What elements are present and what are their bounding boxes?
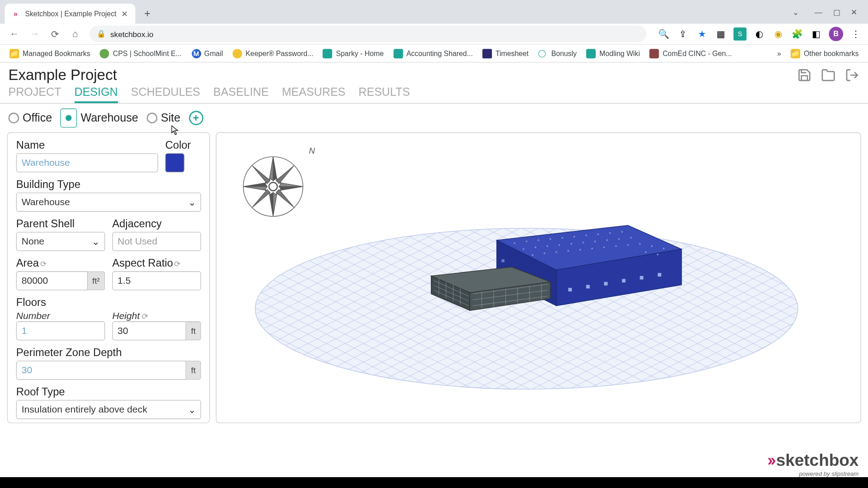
parent-shell-label: Parent Shell — [16, 217, 105, 230]
svg-marker-7 — [279, 187, 303, 190]
share-icon[interactable]: ⇪ — [676, 28, 689, 41]
svg-point-52 — [627, 244, 629, 246]
bookmark-star-icon[interactable]: ★ — [695, 28, 708, 41]
other-bookmarks[interactable]: 📁Other bookmarks — [787, 46, 862, 61]
svg-rect-59 — [586, 285, 590, 288]
save-icon[interactable] — [797, 67, 812, 82]
building-selector-row: Office Warehouse Site + — [0, 103, 868, 132]
tab-results[interactable]: RESULTS — [359, 86, 410, 103]
floors-height-label: Height⟳ — [112, 310, 201, 321]
svg-point-37 — [558, 244, 560, 246]
properties-panel[interactable]: Name Color Building Type Warehouse⌄ Pare… — [7, 132, 210, 423]
svg-point-26 — [538, 239, 539, 241]
svg-point-28 — [561, 237, 563, 239]
refresh-icon[interactable]: ⟳ — [40, 259, 47, 268]
extension-icon-2[interactable]: S — [733, 28, 746, 41]
folder-icon[interactable] — [821, 67, 836, 82]
adjacency-label: Adjacency — [112, 217, 201, 230]
bookmark-item[interactable]: Accounting Shared... — [390, 46, 476, 61]
new-tab-button[interactable]: + — [139, 5, 156, 22]
add-building-button[interactable]: + — [189, 111, 203, 125]
zoom-icon[interactable]: 🔍 — [657, 28, 670, 41]
browser-menu-icon[interactable]: ⋮ — [849, 28, 862, 41]
brand-footer: ››sketchbox powered by slipstream — [767, 451, 859, 477]
svg-point-45 — [543, 253, 545, 254]
svg-point-39 — [582, 242, 584, 244]
svg-point-33 — [621, 231, 623, 233]
area-input[interactable] — [16, 271, 88, 290]
extension-icon-1[interactable]: ▦ — [714, 28, 727, 41]
address-bar[interactable]: 🔒 sketchbox.io — [90, 26, 646, 42]
pzd-label: Perimeter Zone Depth — [16, 346, 201, 359]
tab-close-icon[interactable]: ✕ — [121, 9, 129, 18]
parent-shell-select[interactable]: None⌄ — [16, 232, 105, 251]
bookmark-item[interactable]: Modling Wiki — [583, 46, 644, 61]
browser-tab[interactable]: » Sketchbox | Example Project ✕ — [5, 4, 136, 24]
chevron-down-icon: ⌄ — [188, 404, 195, 415]
roof-type-select[interactable]: Insulation entirely above deck⌄ — [16, 400, 201, 419]
bookmark-overflow-icon[interactable]: » — [777, 49, 781, 57]
svg-point-24 — [514, 242, 515, 244]
svg-point-38 — [571, 243, 572, 244]
3d-viewport[interactable]: N — [216, 132, 861, 423]
svg-point-56 — [645, 251, 646, 253]
tab-measures[interactable]: MEASURES — [282, 86, 345, 103]
window-close-icon[interactable]: ✕ — [851, 7, 858, 16]
svg-rect-61 — [622, 279, 626, 282]
bookmark-item[interactable]: 📁Managed Bookmarks — [6, 46, 94, 61]
bookmark-item[interactable]: Sparky - Home — [319, 46, 387, 61]
extensions-puzzle-icon[interactable]: 🧩 — [791, 28, 804, 41]
tab-design[interactable]: DESIGN — [74, 86, 118, 103]
nav-reload-icon[interactable]: ⟳ — [47, 26, 63, 42]
nav-forward-icon[interactable]: → — [26, 26, 43, 42]
window-maximize-icon[interactable]: ▢ — [833, 7, 840, 16]
pzd-input[interactable] — [16, 361, 186, 380]
floors-number-input[interactable] — [16, 321, 105, 340]
name-input[interactable] — [16, 153, 158, 172]
refresh-icon[interactable]: ⟳ — [141, 312, 148, 321]
svg-point-25 — [526, 240, 528, 242]
bookmark-item[interactable]: Timesheet — [479, 46, 532, 61]
color-swatch[interactable] — [165, 153, 184, 172]
svg-point-57 — [657, 253, 659, 255]
radio-office[interactable]: Office — [8, 112, 52, 125]
browser-tab-strip: » Sketchbox | Example Project ✕ + ⌄ — ▢ … — [0, 0, 868, 24]
roof-type-label: Roof Type — [16, 385, 201, 398]
svg-marker-8 — [279, 183, 303, 187]
bookmark-item[interactable]: Ⓜ️Gmail — [188, 46, 226, 61]
svg-point-55 — [663, 248, 665, 249]
svg-point-51 — [615, 245, 617, 247]
svg-rect-62 — [640, 276, 643, 280]
svg-marker-12 — [243, 187, 267, 190]
radio-site[interactable]: Site — [146, 112, 180, 125]
exit-icon[interactable] — [844, 67, 860, 82]
floors-number-label: Number — [16, 310, 105, 321]
nav-back-icon[interactable]: ← — [6, 26, 23, 42]
svg-point-29 — [573, 236, 575, 238]
area-label: Area⟳ — [16, 257, 105, 269]
svg-marker-16 — [252, 166, 270, 184]
building-type-label: Building Type — [16, 178, 201, 191]
tabs-dropdown-icon[interactable]: ⌄ — [793, 7, 799, 16]
profile-avatar[interactable]: B — [829, 27, 843, 41]
radio-warehouse[interactable]: Warehouse — [61, 108, 138, 127]
bookmark-item[interactable]: ◯Bonusly — [534, 46, 580, 61]
nav-home-icon[interactable]: ⌂ — [67, 26, 84, 42]
svg-rect-64 — [501, 259, 505, 263]
sidepanel-icon[interactable]: ◧ — [810, 28, 823, 41]
refresh-icon[interactable]: ⟳ — [174, 259, 181, 268]
extension-icon-3[interactable]: ◐ — [753, 28, 766, 41]
aspect-ratio-input[interactable] — [112, 271, 201, 290]
svg-point-27 — [549, 238, 551, 240]
extension-icon-4[interactable]: ◉ — [772, 28, 785, 41]
floors-height-input[interactable] — [112, 321, 186, 340]
tab-schedules[interactable]: SCHEDULES — [131, 86, 200, 103]
building-type-select[interactable]: Warehouse⌄ — [16, 192, 201, 211]
svg-point-53 — [639, 243, 641, 244]
tab-project[interactable]: PROJECT — [8, 86, 61, 103]
bookmark-item[interactable]: ComEd CINC - Gen... — [646, 46, 736, 61]
window-minimize-icon[interactable]: — — [815, 7, 822, 16]
bookmark-item[interactable]: Keeper® Password... — [229, 46, 317, 61]
tab-baseline[interactable]: BASELINE — [213, 86, 269, 103]
bookmark-item[interactable]: CPS | SchoolMint E... — [96, 46, 185, 61]
